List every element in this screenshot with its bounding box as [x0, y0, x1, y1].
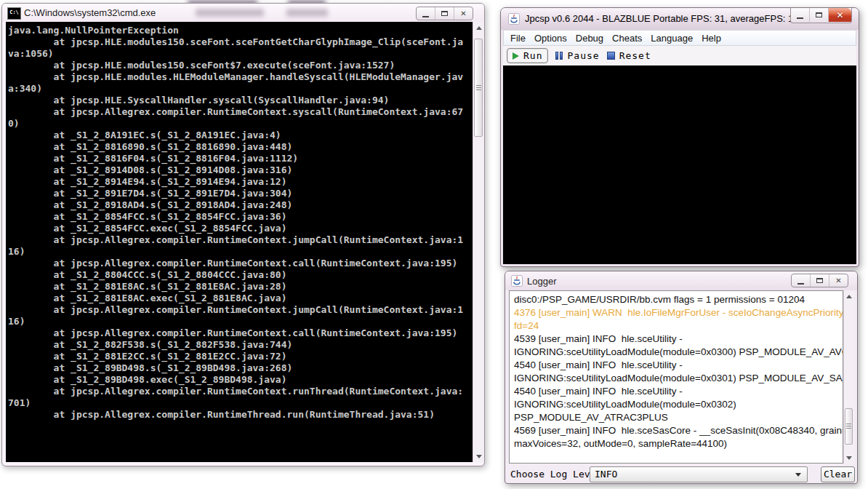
java-icon — [511, 275, 523, 287]
minimize-button[interactable] — [791, 8, 809, 22]
log-line: 4376 [user_main] WARN hle.IoFileMgrForUs… — [514, 306, 838, 319]
log-line: 4540 [user_main] INFO hle.sceUtility - — [514, 385, 838, 398]
console-output: java.lang.NullPointerException at jpcsp.… — [6, 22, 473, 462]
java-icon — [508, 13, 520, 25]
cmd-window: C:\ C:\Windows\system32\cmd.exe ✕ java.l… — [1, 3, 485, 466]
logger-scrollbar[interactable] — [843, 290, 854, 464]
grip-icon — [846, 424, 851, 429]
pause-label: Pause — [567, 50, 599, 61]
log-level-value: INFO — [595, 469, 617, 480]
menu-item-options[interactable]: Options — [530, 31, 571, 45]
jpcsp-window-title: Jpcsp v0.6 2044 - BLAZBLUE Portable FPS:… — [525, 13, 801, 24]
log-output: disc0:/PSP_GAME/USRDIR/bb.cvm flags = 1 … — [509, 290, 843, 464]
minimize-icon — [422, 16, 429, 17]
cmd-window-title: C:\Windows\system32\cmd.exe — [24, 7, 156, 18]
close-button[interactable]: ✕ — [454, 7, 473, 20]
log-line: 4540 [user_main] INFO hle.sceUtility - — [514, 359, 838, 372]
run-label: Run — [523, 50, 542, 61]
log-line: fd=24 — [514, 319, 838, 333]
play-icon — [513, 52, 519, 60]
close-icon: ✕ — [836, 12, 843, 19]
menu-item-file[interactable]: File — [506, 31, 530, 45]
close-button[interactable]: ✕ — [828, 8, 851, 22]
clear-button[interactable]: Clear — [821, 466, 855, 482]
redacted-blur — [196, 9, 264, 17]
minimize-icon — [797, 17, 803, 19]
scroll-down-button[interactable] — [473, 450, 484, 462]
log-line: disc0:/PSP_GAME/USRDIR/bb.cvm flags = 1 … — [514, 293, 838, 306]
menu-item-help[interactable]: Help — [697, 31, 726, 45]
menu-item-debug[interactable]: Debug — [571, 31, 608, 45]
desktop: { "cmd_window": { "title": "C:\\Windows\… — [0, 0, 868, 489]
run-button[interactable]: Run — [507, 48, 548, 63]
log-line: 4569 [user_main] INFO hle.sceSasCore - _… — [514, 424, 838, 437]
maximize-button[interactable] — [810, 274, 829, 287]
grip-icon — [476, 85, 481, 91]
maximize-button[interactable] — [809, 8, 828, 22]
scroll-thumb[interactable] — [845, 408, 853, 445]
arrow-up-icon — [476, 26, 482, 30]
chevron-down-icon — [795, 473, 801, 477]
jpcsp-window: Jpcsp v0.6 2044 - BLAZBLUE Portable FPS:… — [500, 7, 859, 267]
log-line: 4539 [user_main] INFO hle.sceUtility - — [514, 333, 838, 346]
arrow-down-icon — [846, 456, 852, 460]
minimize-button[interactable] — [417, 7, 435, 20]
close-icon: ✕ — [835, 277, 841, 285]
arrow-down-icon — [476, 455, 482, 458]
logger-bottombar: Choose Log Level INFO Clear — [505, 465, 857, 484]
menu-item-language[interactable]: Language — [646, 31, 697, 45]
cmd-scrollbar[interactable] — [473, 22, 484, 462]
reset-button[interactable]: Reset — [607, 50, 651, 61]
maximize-icon — [816, 278, 823, 283]
maximize-icon — [816, 12, 822, 17]
log-line: PSP_MODULE_AV_ATRAC3PLUS — [514, 411, 838, 424]
scroll-up-button[interactable] — [844, 290, 854, 302]
minimize-icon — [797, 283, 804, 285]
cmd-icon: C:\ — [7, 7, 21, 20]
menu-item-cheats[interactable]: Cheats — [608, 31, 646, 45]
logger-window: Logger ✕ disc0:/PSP_GAME/USRDIR/bb.cvm f… — [505, 271, 858, 484]
jpcsp-titlebar[interactable]: Jpcsp v0.6 2044 - BLAZBLUE Portable FPS:… — [501, 8, 859, 30]
arrow-up-icon — [846, 295, 852, 298]
log-line: IGNORING:sceUtilityLoadModule(module=0x0… — [514, 346, 838, 359]
redacted-blur — [286, 9, 328, 17]
clear-label: Clear — [824, 469, 852, 480]
log-level-select[interactable]: INFO — [590, 466, 808, 482]
close-icon: ✕ — [460, 10, 466, 17]
minimize-button[interactable] — [792, 274, 810, 287]
cmd-titlebar[interactable]: C:\ C:\Windows\system32\cmd.exe ✕ — [2, 4, 484, 22]
scroll-thumb[interactable] — [474, 39, 483, 137]
logger-window-title: Logger — [527, 276, 556, 287]
choose-log-level-label: Choose Log Level — [510, 469, 601, 480]
logger-titlebar[interactable]: Logger ✕ — [505, 271, 857, 290]
jpcsp-menubar: File Options Debug Cheats Language Help — [503, 30, 856, 46]
close-button[interactable]: ✕ — [829, 274, 848, 287]
maximize-button[interactable] — [435, 7, 454, 20]
scroll-down-button[interactable] — [844, 452, 854, 464]
emulator-screen — [503, 65, 856, 264]
scroll-up-button[interactable] — [473, 22, 484, 33]
log-line: IGNORING:sceUtilityLoadModule(module=0x0… — [514, 398, 838, 411]
pause-button[interactable]: Pause — [555, 50, 599, 61]
stack-trace-text: java.lang.NullPointerException at jpcsp.… — [8, 25, 473, 421]
reset-label: Reset — [619, 50, 651, 61]
jpcsp-toolbar: Run Pause Reset — [503, 46, 856, 65]
log-line: maxVoices=32, outMode=0, sampleRate=4410… — [514, 437, 838, 450]
pause-icon — [555, 52, 563, 60]
stop-icon — [607, 52, 615, 60]
log-line: IGNORING:sceUtilityLoadModule(module=0x0… — [514, 372, 838, 385]
maximize-icon — [441, 11, 448, 16]
